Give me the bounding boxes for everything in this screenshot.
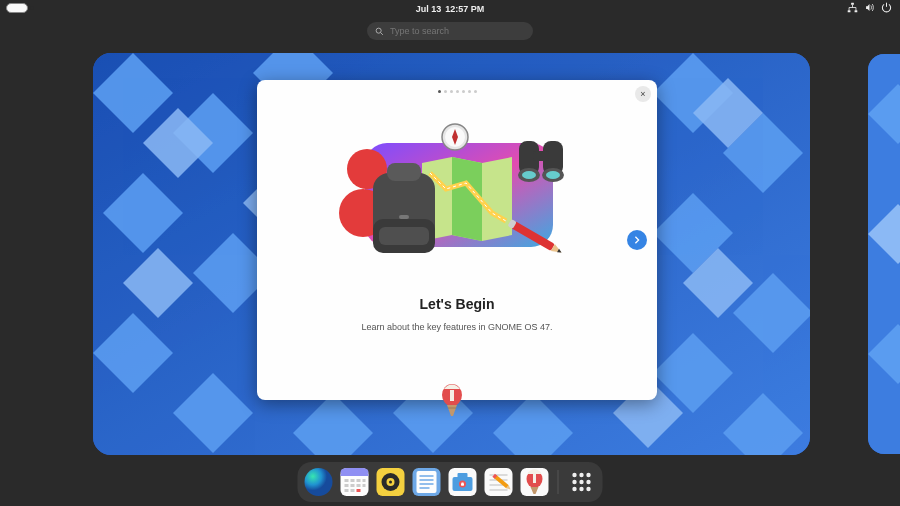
svg-rect-68 xyxy=(351,479,355,482)
svg-point-108 xyxy=(572,473,576,477)
svg-point-111 xyxy=(572,480,576,484)
svg-point-113 xyxy=(586,480,590,484)
svg-point-3 xyxy=(376,28,381,33)
workspace-2-peek[interactable] xyxy=(868,54,900,454)
svg-rect-73 xyxy=(357,484,361,487)
svg-rect-52 xyxy=(399,215,409,219)
svg-rect-76 xyxy=(351,489,355,492)
svg-rect-51 xyxy=(387,163,421,181)
svg-rect-1 xyxy=(848,10,851,12)
svg-point-46 xyxy=(522,171,536,179)
svg-rect-74 xyxy=(363,484,366,487)
svg-point-110 xyxy=(586,473,590,477)
search-icon xyxy=(375,27,384,36)
svg-rect-77 xyxy=(357,489,361,492)
svg-point-114 xyxy=(572,487,576,491)
svg-rect-69 xyxy=(357,479,361,482)
svg-rect-94 xyxy=(485,468,513,496)
svg-point-63 xyxy=(305,468,333,496)
svg-point-81 xyxy=(389,481,392,484)
svg-rect-43 xyxy=(533,151,549,161)
svg-rect-2 xyxy=(855,10,858,12)
next-button[interactable] xyxy=(627,230,647,250)
top-panel: Jul 13 12:57 PM xyxy=(0,0,900,18)
page-indicator xyxy=(438,90,477,93)
svg-rect-71 xyxy=(345,484,349,487)
network-wired-icon xyxy=(847,2,858,13)
tour-app[interactable] xyxy=(520,467,550,497)
clock-date: Jul 13 xyxy=(416,4,442,14)
search-input[interactable] xyxy=(390,26,525,36)
power-icon xyxy=(881,2,892,13)
svg-rect-75 xyxy=(345,489,349,492)
svg-rect-104 xyxy=(529,474,532,482)
svg-rect-66 xyxy=(341,474,369,476)
balloon-decoration xyxy=(438,384,466,420)
svg-rect-105 xyxy=(533,474,536,483)
svg-rect-60 xyxy=(456,390,460,400)
music-app[interactable] xyxy=(376,467,406,497)
close-button[interactable]: × xyxy=(635,86,651,102)
svg-rect-72 xyxy=(351,484,355,487)
svg-line-4 xyxy=(381,32,383,34)
show-apps-button[interactable] xyxy=(567,467,597,497)
svg-rect-50 xyxy=(379,227,429,245)
svg-point-116 xyxy=(586,487,590,491)
calendar-app[interactable] xyxy=(340,467,370,497)
clock[interactable]: Jul 13 12:57 PM xyxy=(416,4,485,14)
svg-rect-90 xyxy=(458,473,468,478)
dialog-subtitle: Learn about the key features in GNOME OS… xyxy=(361,322,552,332)
svg-rect-58 xyxy=(444,390,448,400)
dialog-title: Let's Begin xyxy=(420,296,495,312)
svg-rect-93 xyxy=(461,484,464,486)
welcome-dialog: × xyxy=(257,80,657,400)
system-menu[interactable] xyxy=(847,2,892,13)
web-browser-app[interactable] xyxy=(304,467,334,497)
svg-point-109 xyxy=(579,473,583,477)
svg-rect-106 xyxy=(538,474,541,482)
svg-point-47 xyxy=(546,171,560,179)
activities-pill[interactable] xyxy=(6,3,28,13)
svg-rect-59 xyxy=(450,390,454,401)
dash xyxy=(298,462,603,502)
clock-time: 12:57 PM xyxy=(445,4,484,14)
volume-icon xyxy=(864,2,875,13)
svg-rect-70 xyxy=(363,479,366,482)
dash-separator xyxy=(558,470,559,494)
svg-rect-67 xyxy=(345,479,349,482)
svg-marker-61 xyxy=(447,405,457,416)
software-app[interactable] xyxy=(448,467,478,497)
overview-search[interactable] xyxy=(367,22,533,40)
notes-app[interactable] xyxy=(484,467,514,497)
svg-rect-83 xyxy=(417,471,437,493)
welcome-illustration xyxy=(327,121,587,276)
chevron-right-icon xyxy=(633,236,641,244)
svg-rect-0 xyxy=(851,3,854,5)
svg-point-112 xyxy=(579,480,583,484)
text-editor-app[interactable] xyxy=(412,467,442,497)
svg-point-115 xyxy=(579,487,583,491)
close-icon: × xyxy=(640,89,645,99)
